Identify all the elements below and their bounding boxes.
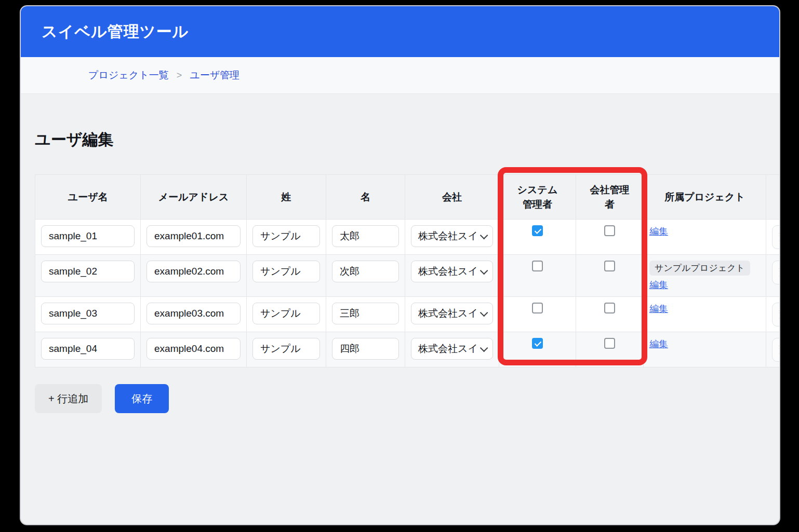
last-name-input[interactable] — [252, 303, 320, 324]
header-projects: 所属プロジェクト — [644, 175, 766, 220]
change-button[interactable]: 変更 — [772, 261, 780, 284]
username-input[interactable] — [41, 261, 135, 282]
last-name-input[interactable] — [252, 261, 320, 282]
company-select[interactable]: 株式会社スイ — [411, 225, 493, 247]
first-name-input[interactable] — [332, 261, 399, 282]
company-select-value: 株式会社スイ — [418, 307, 478, 320]
header-last-name: 姓 — [247, 175, 326, 220]
company-select-value: 株式会社スイ — [418, 265, 478, 278]
system-admin-checkbox[interactable] — [532, 225, 543, 236]
username-input[interactable] — [41, 303, 135, 324]
breadcrumb-projects-link[interactable]: プロジェクト一覧 — [88, 69, 169, 82]
table-row: 株式会社スイ 編集 変更 — [35, 332, 781, 367]
last-name-input[interactable] — [252, 225, 320, 247]
email-input[interactable] — [147, 303, 241, 324]
main-content: ユーザ編集 ユーザ名 メールアドレス 姓 名 会社 システム 管理者 会社管理 … — [21, 129, 779, 413]
change-button[interactable]: 変更 — [772, 338, 780, 362]
table-row: 株式会社スイ 編集 変更 — [35, 220, 781, 255]
username-input[interactable] — [41, 225, 135, 247]
header-username: ユーザ名 — [35, 175, 141, 220]
app-header: スイベル管理ツール — [21, 6, 779, 57]
company-admin-checkbox[interactable] — [604, 338, 615, 349]
company-select[interactable]: 株式会社スイ — [411, 261, 493, 282]
app-window: スイベル管理ツール プロジェクト一覧 > ユーザ管理 ユーザ編集 ユーザ名 メー… — [20, 5, 780, 525]
company-select-value: 株式会社スイ — [418, 229, 478, 243]
table-row: 株式会社スイ サンプルプロジェクト編集 変更 — [35, 255, 781, 297]
email-input[interactable] — [147, 261, 241, 282]
last-name-input[interactable] — [252, 338, 320, 360]
breadcrumb: プロジェクト一覧 > ユーザ管理 — [21, 57, 779, 94]
add-row-button[interactable]: + 行追加 — [35, 384, 102, 413]
breadcrumb-separator: > — [177, 70, 182, 81]
page-title: ユーザ編集 — [35, 129, 779, 151]
first-name-input[interactable] — [332, 303, 399, 324]
table-actions: + 行追加 保存 — [35, 384, 779, 413]
edit-projects-link[interactable]: 編集 — [649, 279, 668, 291]
header-first-name: 名 — [326, 175, 405, 220]
user-table: ユーザ名 メールアドレス 姓 名 会社 システム 管理者 会社管理 者 所属プロ… — [35, 174, 780, 367]
chevron-down-icon — [480, 344, 488, 352]
email-input[interactable] — [147, 338, 241, 360]
company-select[interactable]: 株式会社スイ — [411, 303, 493, 324]
header-system-admin: システム 管理者 — [499, 175, 576, 220]
edit-projects-link[interactable]: 編集 — [649, 303, 668, 315]
chevron-down-icon — [480, 308, 488, 317]
company-select[interactable]: 株式会社スイ — [411, 338, 493, 360]
header-company-admin: 会社管理 者 — [576, 175, 644, 220]
system-admin-checkbox[interactable] — [532, 261, 543, 271]
table-row: 株式会社スイ 編集 変更 — [35, 297, 781, 332]
change-button[interactable]: 変更 — [772, 303, 780, 326]
edit-projects-link[interactable]: 編集 — [649, 225, 668, 238]
company-admin-checkbox[interactable] — [604, 303, 615, 313]
header-actions — [766, 175, 781, 220]
save-button[interactable]: 保存 — [115, 384, 169, 413]
system-admin-checkbox[interactable] — [532, 338, 543, 349]
header-email: メールアドレス — [141, 175, 247, 220]
table-header-row: ユーザ名 メールアドレス 姓 名 会社 システム 管理者 会社管理 者 所属プロ… — [35, 175, 781, 220]
header-company: 会社 — [405, 175, 499, 220]
breadcrumb-user-management-link[interactable]: ユーザ管理 — [190, 69, 239, 82]
project-tag: サンプルプロジェクト — [649, 261, 750, 276]
change-button[interactable]: 変更 — [772, 225, 780, 249]
company-select-value: 株式会社スイ — [418, 342, 478, 356]
edit-projects-link[interactable]: 編集 — [649, 338, 668, 350]
username-input[interactable] — [41, 338, 135, 360]
first-name-input[interactable] — [332, 225, 399, 247]
chevron-down-icon — [480, 231, 488, 239]
chevron-down-icon — [480, 266, 488, 275]
company-admin-checkbox[interactable] — [604, 225, 615, 236]
system-admin-checkbox[interactable] — [532, 303, 543, 313]
company-admin-checkbox[interactable] — [604, 261, 615, 271]
first-name-input[interactable] — [332, 338, 399, 360]
email-input[interactable] — [147, 225, 241, 247]
app-title: スイベル管理ツール — [42, 21, 189, 43]
